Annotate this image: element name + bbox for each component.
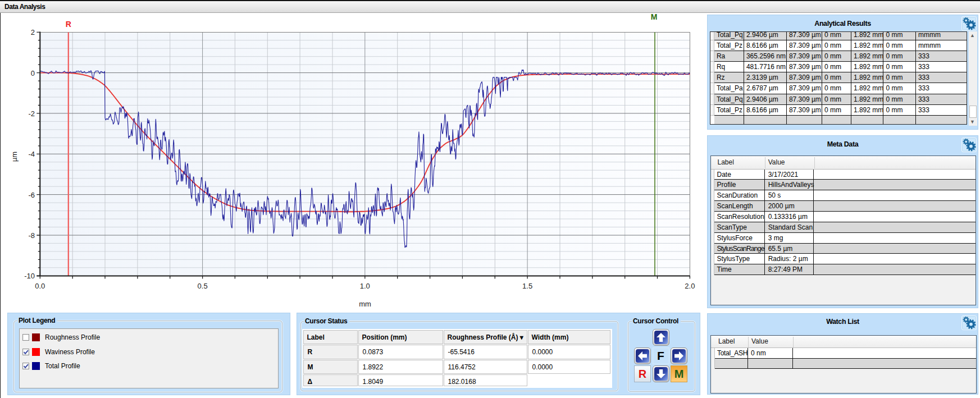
svg-text:0.5: 0.5 [198, 282, 208, 290]
svg-text:mm: mm [359, 300, 371, 308]
svg-text:2: 2 [31, 28, 35, 36]
svg-text:R: R [66, 20, 71, 29]
svg-text:1.0: 1.0 [360, 282, 370, 290]
svg-text:1.5: 1.5 [522, 282, 532, 290]
svg-text:-4: -4 [28, 150, 35, 158]
svg-text:2.0: 2.0 [685, 282, 695, 290]
svg-text:M: M [651, 12, 658, 21]
svg-text:-6: -6 [28, 191, 35, 199]
svg-text:0.0: 0.0 [35, 282, 45, 290]
svg-text:-8: -8 [28, 231, 35, 240]
svg-text:-10: -10 [24, 272, 35, 280]
svg-text:-2: -2 [28, 109, 35, 118]
svg-text:0: 0 [31, 69, 35, 77]
svg-text:µm: µm [10, 152, 19, 162]
